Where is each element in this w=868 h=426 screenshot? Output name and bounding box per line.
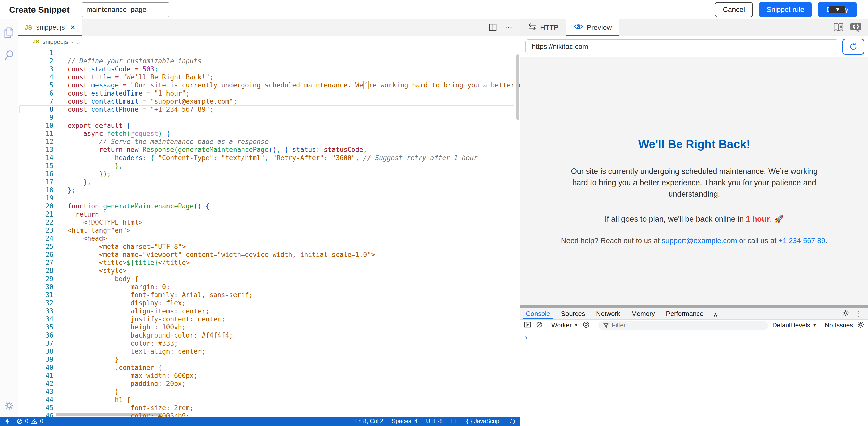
- cancel-button[interactable]: Cancel: [715, 2, 753, 17]
- code-line[interactable]: 9: [18, 113, 520, 121]
- code-line[interactable]: 24 <head>: [18, 234, 520, 243]
- code-line[interactable]: 25 <meta charset="UTF-8">: [18, 243, 520, 251]
- code-line[interactable]: 4const title = "We'll Be Right Back!";: [18, 73, 520, 81]
- devtools-settings-gear-icon[interactable]: [842, 309, 849, 318]
- refresh-icon: [849, 42, 858, 51]
- code-line[interactable]: 10export default {: [18, 121, 520, 130]
- code-line[interactable]: 46 color: #005cb9;: [18, 412, 520, 417]
- code-line[interactable]: 3const statusCode = 503;: [18, 65, 520, 73]
- code-line[interactable]: 43 }: [18, 388, 520, 396]
- code-line[interactable]: 42 padding: 20px;: [18, 379, 520, 388]
- clear-console-icon[interactable]: [535, 321, 543, 330]
- close-tab-icon[interactable]: ✕: [70, 24, 75, 31]
- line-number: 46: [18, 412, 53, 417]
- breadcrumb-file[interactable]: snippet.js: [42, 38, 68, 46]
- breadcrumb-more[interactable]: …: [76, 38, 82, 46]
- language-mode[interactable]: { } JavaScript: [466, 418, 501, 425]
- code-line[interactable]: 35 height: 100vh;: [18, 323, 520, 331]
- discord-icon[interactable]: [850, 22, 862, 33]
- code-line[interactable]: 26 <meta name="viewport" content="width=…: [18, 251, 520, 259]
- devtools-tab-performance[interactable]: Performance: [660, 308, 709, 319]
- issues-counter[interactable]: No Issues: [825, 322, 853, 329]
- devtools-tab-memory[interactable]: Memory: [626, 308, 660, 319]
- code-line[interactable]: 32 display: flex;: [18, 299, 520, 307]
- tab-preview[interactable]: Preview: [566, 20, 619, 36]
- eol-setting[interactable]: LF: [451, 418, 458, 425]
- remote-indicator-icon[interactable]: [4, 419, 10, 425]
- console-prompt-row[interactable]: ›: [520, 331, 868, 343]
- tab-http[interactable]: HTTP: [520, 20, 566, 36]
- filter-input[interactable]: [612, 322, 764, 329]
- code-line[interactable]: 7const contactEmail = "support@example.c…: [18, 97, 520, 105]
- code-line[interactable]: 13 return new Response(generateMaintenan…: [18, 146, 520, 154]
- code-line[interactable]: 45 font-size: 2rem;: [18, 404, 520, 412]
- code-line[interactable]: 33 align-items: center;: [18, 307, 520, 315]
- code-line[interactable]: 18};: [18, 186, 520, 194]
- code-line[interactable]: 21 return `: [18, 210, 520, 218]
- line-number: 6: [18, 89, 53, 97]
- console-settings-gear-icon[interactable]: [857, 321, 865, 330]
- code-line[interactable]: 30 margin: 0;: [18, 283, 520, 291]
- devtools-tab-network[interactable]: Network: [591, 308, 626, 319]
- code-line[interactable]: 39 }: [18, 356, 520, 364]
- line-number: 42: [18, 379, 53, 388]
- devtools-tab-sources[interactable]: Sources: [555, 308, 590, 319]
- deploy-dropdown-button[interactable]: ▼: [829, 6, 845, 13]
- code-line[interactable]: 31 font-family: Arial, sans-serif;: [18, 291, 520, 299]
- code-line[interactable]: 27 <title>${title}</title>: [18, 259, 520, 267]
- code-line[interactable]: 14 headers: { "Content-Type": "text/html…: [18, 154, 520, 162]
- encoding-setting[interactable]: UTF-8: [426, 418, 442, 425]
- console-output[interactable]: ›: [520, 331, 868, 426]
- log-levels-dropdown[interactable]: Default levels▼: [772, 322, 817, 329]
- line-number: 39: [18, 356, 53, 364]
- code-line[interactable]: 1: [18, 49, 520, 57]
- code-line[interactable]: 5const message = "Our site is currently …: [18, 81, 520, 89]
- code-line[interactable]: 37 color: #333;: [18, 339, 520, 347]
- indentation-setting[interactable]: Spaces: 4: [392, 418, 417, 425]
- phone-link[interactable]: +1 234 567 89: [778, 237, 825, 245]
- search-icon[interactable]: [3, 50, 14, 61]
- code-line[interactable]: 40 .container {: [18, 364, 520, 372]
- support-email-link[interactable]: support@example.com: [662, 237, 737, 245]
- settings-gear-icon[interactable]: [3, 400, 14, 411]
- code-line[interactable]: 34 justify-content: center;: [18, 315, 520, 323]
- code-line[interactable]: 17 },: [18, 178, 520, 186]
- files-icon[interactable]: [3, 26, 15, 39]
- devtools-tab-console[interactable]: Console: [520, 308, 555, 319]
- code-line[interactable]: 38 text-align: center;: [18, 347, 520, 356]
- code-line[interactable]: 16 });: [18, 170, 520, 178]
- devtools-resize-handle[interactable]: [520, 305, 868, 308]
- split-editor-icon[interactable]: [489, 23, 497, 32]
- problems-indicator[interactable]: 0 0: [17, 418, 43, 425]
- code-line[interactable]: 12 // Serve the maintenance page as a re…: [18, 138, 520, 146]
- line-number: 45: [18, 404, 53, 412]
- code-line[interactable]: 6const estimatedTime = "1 hour";: [18, 89, 520, 97]
- cursor-position[interactable]: Ln 8, Col 2: [355, 418, 383, 425]
- code-line[interactable]: 29 body {: [18, 275, 520, 283]
- devtools-kebab-menu-icon[interactable]: ⋮: [856, 310, 863, 318]
- code-line[interactable]: 36 background-color: #f4f4f4;: [18, 331, 520, 339]
- code-line[interactable]: 41 max-width: 600px;: [18, 372, 520, 379]
- console-sidebar-toggle-icon[interactable]: [524, 321, 531, 330]
- tab-snippet-js[interactable]: JS snippet.js ✕: [18, 20, 82, 36]
- code-line[interactable]: 20function generateMaintenancePage() {: [18, 202, 520, 210]
- url-input[interactable]: [525, 39, 838, 54]
- docs-book-icon[interactable]: [833, 23, 844, 33]
- more-actions-icon[interactable]: ⋯: [505, 23, 513, 32]
- code-line[interactable]: 28 <style>: [18, 267, 520, 275]
- code-line[interactable]: 22 <!DOCTYPE html>: [18, 218, 520, 226]
- code-line[interactable]: 2// Define your customizable inputs: [18, 57, 520, 65]
- code-line[interactable]: 23<html lang="en">: [18, 226, 520, 234]
- snippet-rule-button[interactable]: Snippet rule: [759, 2, 812, 17]
- code-line[interactable]: 44 h1 {: [18, 396, 520, 404]
- code-line[interactable]: 19: [18, 194, 520, 202]
- code-content[interactable]: 12// Define your customizable inputs3con…: [18, 47, 520, 417]
- reload-button[interactable]: [842, 38, 865, 55]
- notifications-bell-icon[interactable]: [509, 418, 516, 425]
- code-line[interactable]: 8const contactPhone = "+1 234 567 89";: [18, 105, 520, 113]
- live-expression-eye-icon[interactable]: [582, 321, 590, 330]
- console-context-dropdown[interactable]: Worker▼: [551, 322, 578, 329]
- code-line[interactable]: 11 async fetch(request) {: [18, 130, 520, 138]
- code-line[interactable]: 15 },: [18, 162, 520, 170]
- snippet-name-input[interactable]: [81, 2, 170, 17]
